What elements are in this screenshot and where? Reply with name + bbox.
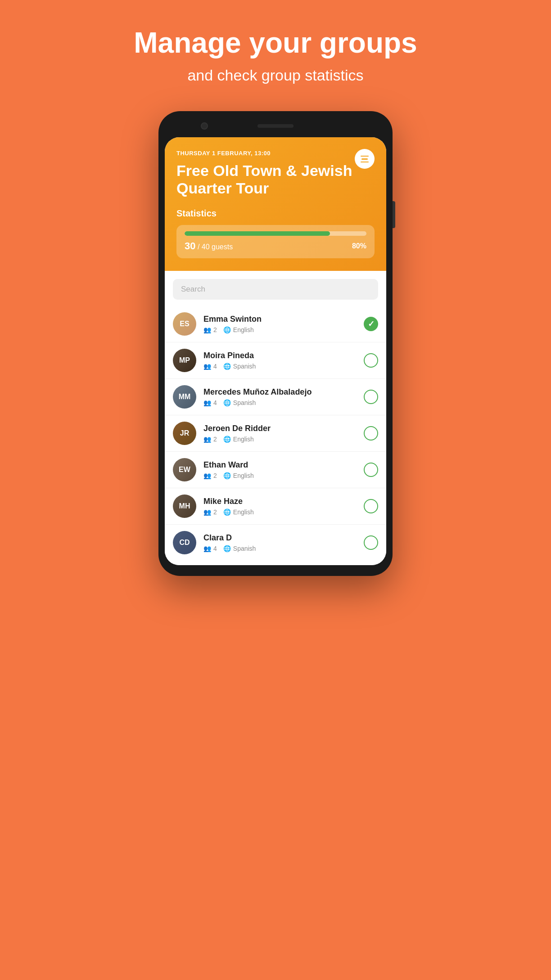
check-unchecked[interactable] (364, 499, 378, 513)
guest-info: Moira Pineda 👥 4 🌐 Spanish (203, 351, 364, 370)
guest-info: Clara D 👥 4 🌐 Spanish (203, 533, 364, 552)
check-unchecked[interactable] (364, 390, 378, 404)
guest-item[interactable]: MH Mike Haze 👥 2 🌐 English (165, 488, 386, 525)
avatar-initials: ES (180, 320, 189, 328)
guest-item[interactable]: CD Clara D 👥 4 🌐 Spanish (165, 525, 386, 561)
guest-avatar: MM (173, 385, 196, 409)
guest-info: Mike Haze 👥 2 🌐 English (203, 497, 364, 516)
guest-item[interactable]: EW Ethan Ward 👥 2 🌐 English (165, 452, 386, 488)
checkmark-icon: ✓ (368, 320, 375, 328)
guest-item[interactable]: MM Mercedes Muñoz Albaladejo 👥 4 🌐 Spani… (165, 379, 386, 415)
language-meta: 🌐 English (223, 436, 254, 443)
progress-percentage: 80% (352, 242, 366, 250)
guest-meta: 👥 2 🌐 English (203, 326, 364, 333)
language-meta: 🌐 Spanish (223, 399, 256, 406)
group-size: 4 (213, 363, 217, 370)
group-icon: 👥 (203, 545, 211, 552)
event-header: THURSDAY 1 FEBRUARY, 13:00 Free Old Town… (165, 137, 386, 270)
progress-bar-fill (185, 231, 330, 236)
group-size-meta: 👥 2 (203, 508, 217, 516)
check-unchecked[interactable] (364, 535, 378, 550)
filter-icon (361, 156, 369, 163)
phone-speaker (257, 124, 294, 128)
group-icon: 👥 (203, 436, 211, 443)
guest-count-current: 30 (185, 240, 195, 252)
avatar-initials: EW (179, 466, 190, 474)
page-title: Manage your groups (134, 27, 417, 58)
progress-guests: 30 / 40 guests (185, 240, 233, 252)
avatar-initials: MH (179, 502, 190, 510)
group-icon: 👥 (203, 399, 211, 406)
check-unchecked[interactable] (364, 353, 378, 368)
search-bar[interactable]: Search (173, 279, 378, 300)
guest-meta: 👥 2 🌐 English (203, 472, 364, 479)
group-size-meta: 👥 2 (203, 326, 217, 333)
guest-name: Jeroen De Ridder (203, 424, 364, 433)
guest-name: Ethan Ward (203, 460, 364, 470)
language-icon: 🌐 (223, 436, 231, 443)
phone-power-button (393, 201, 395, 228)
group-icon: 👥 (203, 326, 211, 333)
progress-card: 30 / 40 guests 80% (176, 225, 375, 258)
guest-meta: 👥 4 🌐 Spanish (203, 363, 364, 370)
language-meta: 🌐 English (223, 508, 254, 516)
search-placeholder: Search (181, 285, 205, 294)
check-unchecked[interactable] (364, 463, 378, 477)
language: English (233, 436, 254, 443)
language-meta: 🌐 Spanish (223, 363, 256, 370)
check-checked[interactable]: ✓ (364, 317, 378, 331)
group-size: 4 (213, 399, 217, 406)
guest-item[interactable]: JR Jeroen De Ridder 👥 2 🌐 English (165, 415, 386, 452)
guest-name: Mike Haze (203, 497, 364, 506)
guest-info: Jeroen De Ridder 👥 2 🌐 English (203, 424, 364, 443)
language: Spanish (233, 399, 256, 406)
group-size: 2 (213, 326, 217, 333)
guest-name: Clara D (203, 533, 364, 543)
language-icon: 🌐 (223, 399, 231, 406)
guest-list-section: Search ES Emma Swinton 👥 2 🌐 English (165, 271, 386, 565)
guest-info: Mercedes Muñoz Albaladejo 👥 4 🌐 Spanish (203, 387, 364, 406)
guest-avatar: MH (173, 494, 196, 518)
group-icon: 👥 (203, 472, 211, 479)
language: English (233, 326, 254, 333)
phone-top-bar (165, 119, 386, 133)
group-size-meta: 👥 4 (203, 399, 217, 406)
phone-frame: THURSDAY 1 FEBRUARY, 13:00 Free Old Town… (158, 111, 393, 575)
avatar-initials: MP (179, 356, 190, 364)
guest-name: Moira Pineda (203, 351, 364, 360)
language-icon: 🌐 (223, 326, 231, 333)
group-size: 4 (213, 545, 217, 552)
guest-avatar: EW (173, 458, 196, 481)
guest-name: Emma Swinton (203, 315, 364, 324)
language: English (233, 472, 254, 479)
group-icon: 👥 (203, 363, 211, 370)
avatar-initials: JR (180, 429, 189, 437)
check-unchecked[interactable] (364, 426, 378, 441)
guest-avatar: JR (173, 422, 196, 445)
language: Spanish (233, 363, 256, 370)
language-icon: 🌐 (223, 363, 231, 370)
guest-item[interactable]: ES Emma Swinton 👥 2 🌐 English ✓ (165, 306, 386, 342)
progress-info: 30 / 40 guests 80% (185, 240, 366, 252)
progress-bar-track (185, 231, 366, 236)
avatar-initials: MM (179, 393, 191, 401)
group-size: 2 (213, 472, 217, 479)
language-icon: 🌐 (223, 472, 231, 479)
guest-list: ES Emma Swinton 👥 2 🌐 English ✓ M (165, 306, 386, 561)
guest-meta: 👥 4 🌐 Spanish (203, 545, 364, 552)
language: Spanish (233, 545, 256, 552)
event-date: THURSDAY 1 FEBRUARY, 13:00 (176, 150, 375, 157)
group-icon: 👥 (203, 508, 211, 516)
guest-meta: 👥 2 🌐 English (203, 436, 364, 443)
language: English (233, 508, 254, 516)
language-icon: 🌐 (223, 545, 231, 552)
page-subtitle: and check group statistics (187, 67, 363, 84)
guest-item[interactable]: MP Moira Pineda 👥 4 🌐 Spanish (165, 342, 386, 379)
language-meta: 🌐 English (223, 326, 254, 333)
group-size: 2 (213, 436, 217, 443)
group-size-meta: 👥 2 (203, 472, 217, 479)
language-icon: 🌐 (223, 508, 231, 516)
group-size-meta: 👥 4 (203, 545, 217, 552)
guest-info: Ethan Ward 👥 2 🌐 English (203, 460, 364, 479)
language-meta: 🌐 English (223, 472, 254, 479)
